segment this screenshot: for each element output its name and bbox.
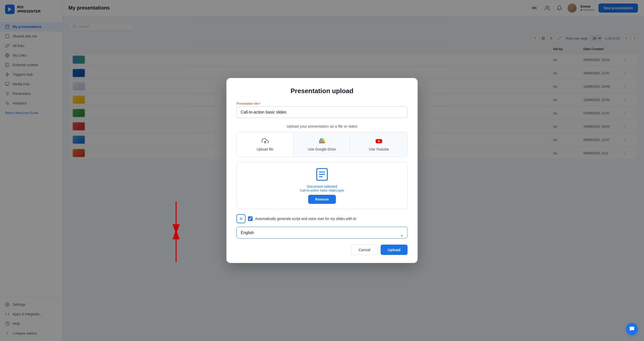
presentation-title-input[interactable]	[236, 106, 408, 118]
document-selected-label: Document selected	[307, 184, 337, 188]
upload-section: Upload your presentation as a file or vi…	[236, 124, 408, 245]
presentation-title-field: Presentation title*	[236, 102, 408, 118]
document-filename: Call-to-action basic slides.pptx	[300, 188, 344, 192]
upload-file-label: Upload file	[257, 147, 273, 151]
ai-section: AI Automatically generate script and voi…	[236, 214, 408, 223]
red-arrow-up	[166, 232, 186, 267]
ai-badge: AI	[236, 214, 246, 223]
youtube-option[interactable]: Use Youtube	[350, 132, 407, 157]
remove-button[interactable]: Remove	[308, 195, 336, 204]
language-select-wrapper: English Spanish French German Italian	[236, 227, 408, 245]
field-label: Presentation title*	[236, 102, 408, 105]
ai-checkbox[interactable]	[248, 216, 253, 221]
chat-icon	[629, 326, 635, 332]
upload-file-option[interactable]: Upload file	[237, 132, 294, 157]
chat-bubble-button[interactable]	[626, 323, 638, 335]
youtube-label: Use Youtube	[369, 147, 389, 151]
document-icon	[315, 167, 329, 182]
ai-label: Automatically generate script and voice …	[255, 217, 356, 221]
modal-overlay[interactable]: Presentation upload Presentation title* …	[0, 0, 644, 341]
upload-subtitle: Upload your presentation as a file or vi…	[236, 124, 408, 128]
language-select[interactable]: English Spanish French German Italian	[236, 227, 408, 239]
upload-options: Upload file Use Google Drive	[236, 132, 408, 157]
modal-actions: Cancel Upload	[236, 245, 408, 255]
google-drive-option[interactable]: Use Google Drive	[294, 132, 350, 157]
upload-button[interactable]: Upload	[381, 245, 408, 255]
red-arrow-down	[166, 199, 186, 234]
svg-rect-36	[319, 142, 325, 143]
document-preview: Document selected Call-to-action basic s…	[236, 162, 408, 209]
google-drive-label: Use Google Drive	[308, 147, 336, 151]
modal-title: Presentation upload	[236, 87, 408, 95]
presentation-upload-modal: Presentation upload Presentation title* …	[226, 78, 418, 263]
cancel-button[interactable]: Cancel	[351, 245, 378, 255]
